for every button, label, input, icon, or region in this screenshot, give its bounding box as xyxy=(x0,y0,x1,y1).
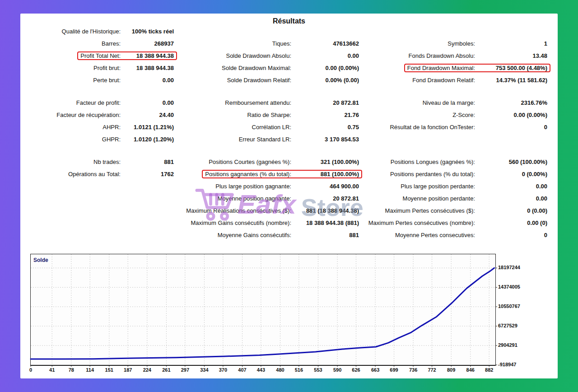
stat-row-box: Fond Drawdown Maximal: 753 500.00 (4.48%… xyxy=(404,64,550,72)
stat-row: Moyenne position gagnante: 20 872.81 xyxy=(149,192,362,205)
stat-row-box xyxy=(472,139,550,140)
stat-row-box: Maximum Pertes consécutives (nombre): 0.… xyxy=(365,219,550,227)
x-axis-tick-label: 78 xyxy=(69,367,74,373)
stat-label: Qualité de l'Historique: xyxy=(62,28,121,35)
results-card: Résultats Qualité de l'Historique: 100% … xyxy=(20,14,558,378)
stat-label: Maximum Gains consécutifs (nombre): xyxy=(191,219,291,226)
stat-value: 0.00 (0) xyxy=(475,219,547,226)
stat-row: Erreur Standard LR: 3 170 854.53 xyxy=(149,133,362,145)
stat-row: Ratio de Sharpe: 21.76 xyxy=(149,109,362,121)
stat-label: Maximum Réalisations consécutives ($): xyxy=(186,207,291,214)
stat-row-box: Niveau de la marge: 2316.76% xyxy=(420,98,550,107)
stat-row-box: Résultat de la fonction OnTester: 0 xyxy=(387,123,550,131)
stat-row: Moyenne Pertes consecutives: 0 xyxy=(334,229,550,241)
x-axis-tick-label: 261 xyxy=(162,367,170,373)
x-axis-tick-label: 553 xyxy=(314,367,322,373)
stat-label: Nb trades: xyxy=(93,159,121,165)
stat-label: Erreur Standard LR: xyxy=(239,136,291,143)
x-axis-tick-label: 846 xyxy=(466,367,475,373)
stat-label: Fonds Drawdown Absolu: xyxy=(409,52,475,59)
x-axis-labels: 0417811415118722426129733437040744348051… xyxy=(31,367,495,373)
stat-row-box: Plus large position perdante: 0.00 xyxy=(397,182,550,191)
x-axis-tick-label: 443 xyxy=(257,367,265,373)
x-axis-tick-label: 334 xyxy=(200,367,208,373)
x-axis-tick-label: 480 xyxy=(276,367,284,373)
stat-label: Perte brut: xyxy=(93,77,121,84)
x-axis-tick-label: 626 xyxy=(352,367,360,373)
stat-row xyxy=(149,25,362,37)
page-background: Résultats Qualité de l'Historique: 100% … xyxy=(0,0,578,392)
stats-column-middle: Tiques: 47613662 Solde Drawdown Absolu: … xyxy=(149,25,362,241)
stat-label: Solde Drawdown Maximal: xyxy=(222,65,291,71)
stat-label: Fond Drawdown Relatif: xyxy=(412,77,475,84)
stat-label: Maximum Pertes consécutives (nombre): xyxy=(368,219,475,226)
y-axis-tick-label: 14374005 xyxy=(498,284,520,289)
stat-value: 753 500.00 (4.48%) xyxy=(475,65,547,71)
stat-label: Plus large position gagnante: xyxy=(215,183,291,190)
stat-label: Moyenne position gagnante: xyxy=(218,195,291,202)
y-axis-tick-label: -918947 xyxy=(498,362,516,367)
x-axis-tick-label: 516 xyxy=(295,367,303,373)
x-axis-tick-label: 736 xyxy=(409,367,417,373)
stat-label: Positions Courtes (gagnées %): xyxy=(209,159,291,165)
stat-row: Fonds Drawdown Absolu: 13.48 xyxy=(334,50,550,62)
stat-label: Profit Total Net: xyxy=(80,52,121,59)
stat-row: Niveau de la marge: 2316.76% xyxy=(334,97,550,109)
stat-row-box: Fond Drawdown Relatif: 14.37% (11 581.62… xyxy=(409,76,550,84)
stat-row: Z-Score: 0.00 (0.00%) xyxy=(334,109,550,121)
stat-label: AHPR: xyxy=(103,124,121,131)
stat-row-box xyxy=(472,91,550,93)
stat-label: Solde Drawdown Relatif: xyxy=(227,77,291,84)
stat-row-box: Symboles: 1 xyxy=(444,39,550,48)
x-axis-tick-label: 224 xyxy=(143,367,151,373)
stat-label: Moyenne Pertes consecutives: xyxy=(395,232,475,238)
stat-row: Moyenne position perdante: 0.00 xyxy=(334,192,550,205)
stat-value: 560 (100.00%) xyxy=(475,159,547,165)
stat-value: 0 xyxy=(475,124,547,131)
stat-label: Moyenne position perdante: xyxy=(403,195,475,202)
stat-row: Remboursement attendu: 20 872.81 xyxy=(149,97,362,109)
stat-row-box: Moyenne Pertes consecutives: 0 xyxy=(392,231,550,239)
stat-row xyxy=(149,145,362,156)
stat-value: 1 xyxy=(475,40,547,47)
balance-chart: Solde xyxy=(30,254,496,366)
stat-value: 0 xyxy=(475,232,547,238)
stat-label: Niveau de la marge: xyxy=(423,99,475,106)
stat-row: Positions perdantes (% du total): 0 (0.0… xyxy=(334,168,550,180)
stat-label: Plus large position perdante: xyxy=(401,183,475,190)
stat-row: Plus large position perdante: 0.00 xyxy=(334,180,550,192)
stat-value: 0 (0.00%) xyxy=(475,171,547,177)
stat-label: Profit brut: xyxy=(93,65,121,71)
stat-label: Tiques: xyxy=(272,40,291,47)
stat-row: Corrélation LR: 0.75 xyxy=(149,121,362,133)
stat-row: Positions gagnantes (% du total): 881 (1… xyxy=(149,168,362,180)
x-axis-tick-label: 114 xyxy=(86,367,94,373)
stat-label: Moyenne Gains consécutifs: xyxy=(218,232,291,238)
x-axis-tick-label: 187 xyxy=(124,367,132,373)
x-axis-tick-label: 297 xyxy=(181,367,189,373)
stat-row: Solde Drawdown Absolu: 0.00 xyxy=(149,50,362,62)
stat-value: 14.37% (11 581.62) xyxy=(475,77,547,84)
stat-row xyxy=(334,25,550,37)
stat-row xyxy=(334,86,550,97)
y-axis-labels: 18197244143740051055076767275292904291-9… xyxy=(498,254,539,364)
x-axis-tick-label: 809 xyxy=(447,367,455,373)
stat-row-box: Fonds Drawdown Absolu: 13.48 xyxy=(406,51,550,60)
stat-label: Opérations au Total: xyxy=(68,171,121,177)
stat-row-box xyxy=(472,31,550,33)
stat-row: Symboles: 1 xyxy=(334,37,550,50)
stat-row xyxy=(334,133,550,145)
stat-label: Résultat de la fonction OnTester: xyxy=(390,124,475,131)
y-axis-tick-label: 6727529 xyxy=(498,323,517,328)
stat-value: 0.00 xyxy=(475,183,547,190)
stat-label: Corrélation LR: xyxy=(252,124,291,131)
stat-row-box: Maximum Pertes consécutives ($): 0 (0.00… xyxy=(382,206,550,215)
stat-row xyxy=(149,86,362,97)
x-axis-tick-label: 407 xyxy=(238,367,246,373)
stat-row: Plus large position gagnante: 464 900.00 xyxy=(149,180,362,192)
stat-row: Positions Courtes (gagnées %): 321 (100.… xyxy=(149,156,362,168)
stat-value: 2316.76% xyxy=(475,99,547,106)
stat-value: 0 (0.00) xyxy=(475,207,547,214)
stat-value: 0.00 xyxy=(475,195,547,202)
x-axis-tick-label: 151 xyxy=(105,367,113,373)
